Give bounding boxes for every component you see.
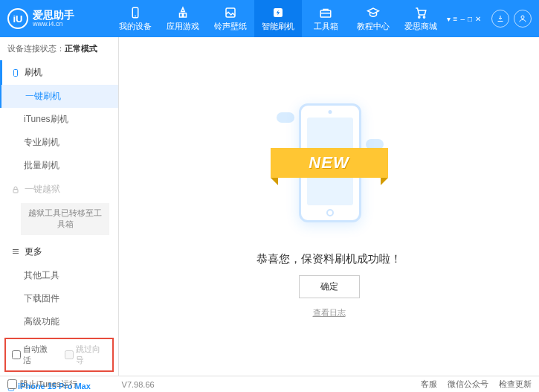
checkbox-block-itunes[interactable]: 阻止iTunes运行	[7, 379, 77, 390]
sidebar-item-advanced[interactable]: 高级功能	[0, 310, 118, 333]
sidebar-group-more[interactable]: 更多	[0, 240, 118, 264]
footer-link-wechat[interactable]: 微信公众号	[448, 379, 488, 390]
download-button[interactable]	[491, 10, 509, 28]
phone-icon	[129, 6, 142, 19]
nav-label: 爱思商城	[404, 21, 437, 32]
view-log-link[interactable]: 查看日志	[313, 307, 346, 318]
ok-button[interactable]: 确定	[299, 275, 360, 298]
flash-icon	[271, 6, 285, 19]
lock-icon	[11, 185, 20, 194]
footer-link-support[interactable]: 客服	[421, 379, 437, 390]
nav-label: 智能刷机	[262, 21, 294, 32]
sidebar-item-batch-flash[interactable]: 批量刷机	[0, 154, 118, 177]
jailbreak-note: 越狱工具已转移至工具箱	[21, 203, 109, 235]
logo-icon: iU	[7, 8, 28, 29]
svg-point-6	[423, 16, 425, 17]
download-icon	[496, 14, 505, 23]
close-icon[interactable]: ✕	[475, 15, 481, 23]
new-badge: NEW	[309, 153, 349, 173]
nav-label: 工具箱	[314, 21, 338, 32]
group-title: 更多	[25, 245, 42, 258]
menu-icon[interactable]: ▾	[447, 15, 451, 23]
sidebar-item-download-fw[interactable]: 下载固件	[0, 287, 118, 310]
app-logo: iU 爱思助手 www.i4.cn	[7, 8, 112, 29]
connection-status: 设备连接状态：正常模式	[0, 37, 118, 60]
svg-rect-8	[14, 69, 18, 76]
version-label: V7.98.66	[122, 380, 155, 389]
app-icon	[176, 6, 190, 19]
sidebar-item-pro-flash[interactable]: 专业刷机	[0, 131, 118, 154]
sidebar-group-jailbreak: 一键越狱	[0, 177, 118, 202]
nav-tutorials[interactable]: 教程中心	[349, 0, 397, 37]
nav-label: 应用游戏	[167, 21, 199, 32]
nav-label: 教程中心	[357, 21, 390, 32]
maximize-icon[interactable]: □	[468, 15, 472, 23]
footer-link-update[interactable]: 检查更新	[499, 379, 532, 390]
group-title: 刷机	[25, 66, 42, 79]
checkbox-auto-activate[interactable]: 自动激活	[12, 344, 54, 366]
svg-point-7	[521, 16, 524, 19]
sidebar-item-itunes-flash[interactable]: iTunes刷机	[0, 108, 118, 131]
menu-icon	[11, 247, 20, 256]
success-illustration: NEW	[281, 94, 378, 243]
options-highlight: 自动激活 跳过向导	[4, 338, 114, 372]
wallpaper-icon	[224, 6, 237, 19]
nav-toolbox[interactable]: 工具箱	[302, 0, 349, 37]
sidebar-item-oneclick-flash[interactable]: 一键刷机	[0, 85, 118, 108]
list-icon[interactable]: ≡	[454, 15, 458, 23]
svg-rect-9	[13, 189, 18, 193]
nav-flash[interactable]: 智能刷机	[254, 0, 302, 37]
cart-icon	[414, 6, 427, 19]
svg-point-5	[419, 16, 420, 17]
group-title: 一键越狱	[25, 183, 60, 196]
success-message: 恭喜您，保资料刷机成功啦！	[256, 252, 401, 266]
toolbox-icon	[319, 6, 332, 19]
user-icon	[518, 14, 527, 23]
minimize-icon[interactable]: –	[460, 15, 465, 23]
graduation-icon	[367, 6, 380, 19]
app-url: www.i4.cn	[33, 20, 74, 28]
nav-label: 铃声壁纸	[214, 21, 247, 32]
nav-my-device[interactable]: 我的设备	[112, 0, 159, 37]
nav-ringtones[interactable]: 铃声壁纸	[207, 0, 254, 37]
window-controls: ▾ ≡ – □ ✕	[447, 15, 481, 23]
nav-apps[interactable]: 应用游戏	[159, 0, 207, 37]
nav-label: 我的设备	[119, 21, 152, 32]
user-button[interactable]	[514, 10, 532, 28]
sidebar-group-flash[interactable]: 刷机	[0, 60, 118, 85]
phone-icon	[11, 68, 20, 77]
app-name: 爱思助手	[33, 10, 74, 20]
checkbox-skip-guide[interactable]: 跳过向导	[65, 344, 107, 366]
sidebar-item-other-tools[interactable]: 其他工具	[0, 264, 118, 287]
nav-store[interactable]: 爱思商城	[397, 0, 445, 37]
